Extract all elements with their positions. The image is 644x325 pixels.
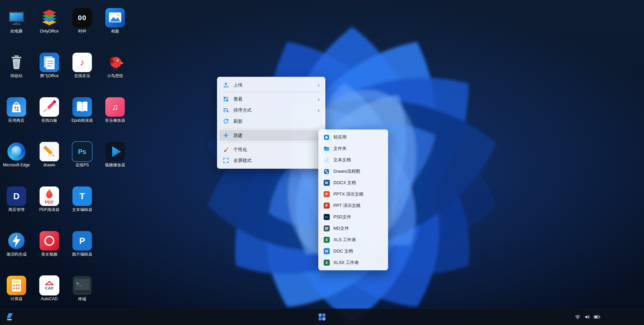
desktop-icon-app-store[interactable]: 应用商店 xyxy=(0,95,33,140)
terminal-icon: >_ xyxy=(72,276,92,295)
desktop-icon-music-player[interactable]: ♫音乐播放器 xyxy=(99,95,131,140)
desktop-icon-onlyoffice[interactable]: OnlyOffice xyxy=(33,6,66,51)
context-menu-item-new[interactable]: 新建› xyxy=(219,130,323,141)
autocad-icon: CAD xyxy=(40,276,59,295)
desktop-icon-label: 回收站 xyxy=(10,73,22,78)
new-submenu: 轻应用文件夹文本文档Drawio流程图WDOCX 文档PPPTX 演示文稿PPP… xyxy=(318,129,388,270)
desktop-icon-label: 视频播放器 xyxy=(105,163,125,168)
desktop-icon-label: Epub阅读器 xyxy=(71,118,93,123)
submenu-item-file-docx[interactable]: WDOCX 文档 xyxy=(320,177,386,188)
desktop-icon-epub-reader[interactable]: Epub阅读器 xyxy=(66,95,99,140)
desktop-icon-drawio[interactable]: drawio xyxy=(33,140,66,184)
apps-icon xyxy=(318,313,326,321)
menu-separator xyxy=(223,128,320,128)
upload-icon xyxy=(223,82,229,88)
file-ppt-icon: P xyxy=(323,203,330,209)
desktop-icon-online-whiteboard[interactable]: 在线白板 xyxy=(33,95,66,140)
pdf-reader-icon: PDF xyxy=(40,186,59,206)
submenu-item-label: PPT 演示文稿 xyxy=(333,203,361,209)
taskbar-start-button[interactable] xyxy=(5,312,15,322)
taskbar xyxy=(0,309,644,325)
context-menu-item-fullscreen[interactable]: 全屏模式 xyxy=(219,155,323,166)
context-menu-item-label: 刷新 xyxy=(233,118,243,124)
submenu-item-file-md[interactable]: MMD文件 xyxy=(320,223,386,234)
clock-icon: 00 xyxy=(72,8,92,28)
drawio-icon xyxy=(40,142,59,161)
submenu-item-label: Drawio流程图 xyxy=(333,168,360,174)
beauty-video-icon xyxy=(40,231,59,251)
desktop-icon-video-player[interactable]: 视频播放器 xyxy=(99,140,131,184)
online-ps-icon: Ps xyxy=(72,142,92,161)
sort-icon xyxy=(223,107,229,113)
battery-icon[interactable] xyxy=(594,314,600,320)
submenu-item-file-doc[interactable]: WDOC 文档 xyxy=(320,246,386,257)
desktop-icon-text-editor[interactable]: T文本编辑器 xyxy=(66,184,99,229)
submenu-item-label: 文件夹 xyxy=(333,146,346,152)
submenu-item-label: 文本文档 xyxy=(333,157,351,163)
desktop-icon-recycle-bin[interactable]: 回收站 xyxy=(0,51,33,95)
desktop-icon-online-music[interactable]: ♪在线音乐 xyxy=(66,51,99,95)
view-icon xyxy=(223,96,229,102)
desktop-icon-label: 计算器 xyxy=(10,296,22,302)
microsoft-edge-icon xyxy=(7,142,26,161)
submenu-item-file-pptx[interactable]: PPPTX 演示文稿 xyxy=(320,188,386,200)
context-menu-item-view[interactable]: 查看› xyxy=(219,94,323,105)
desktop-icon-pdf-reader[interactable]: PDFPDF阅读器 xyxy=(33,184,66,229)
desktop-icon-label: OnlyOffice xyxy=(40,29,59,34)
volume-icon[interactable] xyxy=(584,314,591,320)
desktop-icon-bird-wallpaper[interactable]: 小鸟壁纸 xyxy=(99,51,131,95)
recycle-bin-icon xyxy=(7,53,26,72)
personalize-icon xyxy=(223,146,229,153)
context-menu-item-upload[interactable]: 上传› xyxy=(219,79,323,91)
launcher-icon xyxy=(5,312,15,322)
desktop-icon-label: 时钟 xyxy=(78,29,86,34)
submenu-item-file-xls[interactable]: XXLS 工作表 xyxy=(320,234,386,246)
wifi-icon[interactable] xyxy=(574,314,581,320)
submenu-item-label: 轻应用 xyxy=(333,134,346,140)
fullscreen-icon xyxy=(223,157,229,164)
epub-reader-icon xyxy=(72,97,92,117)
bird-wallpaper-icon xyxy=(105,53,125,72)
submenu-item-file-psd[interactable]: PsPSD文件 xyxy=(320,211,386,223)
desktop-icon-image-editor[interactable]: P图片编辑器 xyxy=(66,229,99,274)
text-doc-icon xyxy=(323,157,330,163)
taskbar-apps-button[interactable] xyxy=(316,312,328,322)
desktop-icon-label: 在线音乐 xyxy=(74,73,90,78)
submenu-item-drawio-file[interactable]: Drawio流程图 xyxy=(320,166,386,177)
onlyoffice-icon xyxy=(40,8,59,28)
context-menu-item-label: 个性化 xyxy=(233,147,247,153)
chevron-right-icon: › xyxy=(318,107,320,113)
desktop-icon-activation-code[interactable]: 激活码生成 xyxy=(0,229,33,274)
desktop-icon-store-manager[interactable]: D商店管理 xyxy=(0,184,33,229)
file-md-icon: M xyxy=(323,225,330,232)
desktop-icon-label: 应用商店 xyxy=(8,118,24,123)
file-docx-icon: W xyxy=(323,180,330,186)
text-editor-icon: T xyxy=(72,186,92,206)
submenu-item-folder[interactable]: 文件夹 xyxy=(320,143,386,154)
desktop-icon-label: 激活码生成 xyxy=(6,252,26,257)
desktop-icon-album[interactable]: 相册 xyxy=(99,6,131,51)
submenu-item-light-app[interactable]: 轻应用 xyxy=(320,131,386,143)
context-menu-item-refresh[interactable]: 刷新 xyxy=(219,116,323,127)
desktop-icon-microsoft-edge[interactable]: Microsoft Edge xyxy=(0,140,33,184)
submenu-item-label: PSD文件 xyxy=(333,214,351,220)
file-pptx-icon: P xyxy=(323,191,330,198)
activation-code-icon xyxy=(7,231,26,251)
menu-separator xyxy=(223,142,320,143)
chevron-right-icon: › xyxy=(318,96,320,102)
submenu-item-file-xlsx[interactable]: XXLSX 工作表 xyxy=(320,257,386,268)
submenu-item-text-doc[interactable]: 文本文档 xyxy=(320,154,386,166)
submenu-item-file-ppt[interactable]: PPPT 演示文稿 xyxy=(320,200,386,211)
desktop-icon-tengfei-office[interactable]: 腾飞Office xyxy=(33,51,66,95)
context-menu-item-sort[interactable]: 排序方式› xyxy=(219,105,323,116)
context-menu-item-personalize[interactable]: 个性化 xyxy=(219,144,323,155)
context-menu-item-label: 全屏模式 xyxy=(233,158,252,164)
desktop-icon-clock[interactable]: 00时钟 xyxy=(66,6,99,51)
desktop-icon-label: 腾飞Office xyxy=(40,73,58,78)
desktop-icon-online-ps[interactable]: Ps在线PS xyxy=(66,140,99,184)
desktop-icon-this-pc[interactable]: 此电脑 xyxy=(0,6,33,51)
tengfei-office-icon xyxy=(40,53,59,72)
desktop-icon-label: 在线白板 xyxy=(41,118,57,123)
submenu-item-label: XLSX 工作表 xyxy=(333,260,359,266)
desktop-icon-beauty-video[interactable]: 美女视频 xyxy=(33,229,66,274)
